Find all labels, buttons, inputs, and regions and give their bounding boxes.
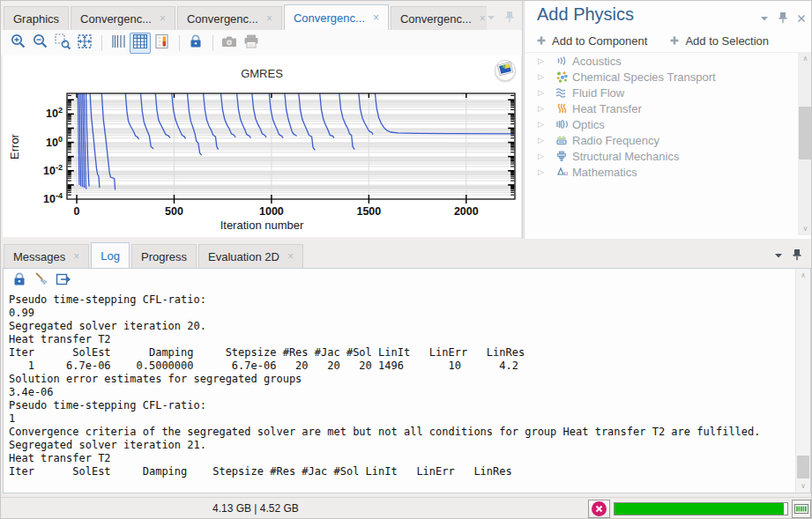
tab-close-icon[interactable]: × [287,251,294,262]
tree-item-fluid-flow[interactable]: ▷Fluid Flow [525,85,798,100]
plot-thumbnail-icon [495,59,515,82]
print-button[interactable] [241,33,262,54]
tree-item-label: Optics [572,118,605,131]
tab-progress[interactable]: Progress [131,244,197,268]
plot-area[interactable]: 050010001500200010210010-210-4 GMRES Ite… [3,56,521,237]
tab-label: Evaluation 2D [208,250,279,263]
pin-icon [792,248,802,263]
panel-menu-icon[interactable] [759,11,770,27]
tab-close-icon[interactable]: × [266,13,272,24]
svg-text:1000: 1000 [259,205,284,218]
cancel-icon [592,501,607,516]
tree-item-label: Structural Mechanics [572,150,679,163]
tab-close-icon[interactable]: × [73,251,79,262]
add-to-selection-label: Add to Selection [685,34,769,48]
toolbar-separator [179,35,180,51]
tab-close-icon[interactable]: × [160,13,166,24]
scroll-up-icon[interactable]: ∧ [798,53,812,64]
show-axes-button[interactable] [108,33,129,54]
pin-icon[interactable] [778,11,788,27]
lock-plot-button[interactable] [185,33,206,54]
add-to-component-button[interactable]: Add to Component [535,34,647,48]
convergence-plot: 050010001500200010210010-210-4 [3,56,521,237]
zoom-in-icon [10,33,27,54]
scroll-down-icon[interactable]: ∨ [796,480,810,492]
toolbar-separator [101,35,102,51]
tab-list-dropdown-icon[interactable] [773,248,784,264]
expand-arrow-icon[interactable]: ▷ [538,136,555,145]
scrollbar-thumb[interactable] [799,107,812,159]
tree-item-radio-frequency[interactable]: ▷Radio Frequency [525,132,798,148]
tab-graphics[interactable]: Graphics [4,6,69,30]
panel-window-icons [759,11,807,27]
tree-item-optics[interactable]: ▷Optics [525,116,798,132]
expand-arrow-icon[interactable]: ▷ [538,104,555,113]
tab-close-icon[interactable]: × [480,13,486,24]
expand-arrow-icon[interactable]: ▷ [538,88,555,97]
camera-icon [220,33,238,54]
x-axis-label: Iteration number [3,219,521,232]
log-line: Iter SolEst Damping Stepsize #Res #Jac #… [9,465,794,478]
tab-convergenc[interactable]: Convergenc...× [71,6,175,30]
log-text[interactable]: Pseudo time-stepping CFL-ratio:0.99Segre… [9,293,794,491]
tab-convergenc[interactable]: Convergenc...× [284,4,389,30]
log-line: Convergence criteria of the segregated s… [9,426,794,439]
tab-convergenc[interactable]: Convergenc...× [391,6,487,30]
expand-arrow-icon[interactable]: ▷ [538,56,555,65]
open-log-location-button[interactable] [53,271,74,292]
close-icon[interactable] [796,11,807,27]
scroll-lock-button[interactable] [9,271,30,292]
tree-item-chemical-species-transport[interactable]: ▷Chemical Species Transport [525,69,798,85]
cancel-button[interactable] [588,500,610,518]
zoom-out-button[interactable] [30,33,51,54]
clear-log-button[interactable] [31,271,52,292]
plot-thumbnail-button[interactable] [495,60,516,81]
tab-convergenc[interactable]: Convergenc...× [177,6,282,30]
tab-list-dropdown-icon[interactable] [486,11,496,26]
memory-indicator-button[interactable] [792,500,811,518]
expand-arrow-icon[interactable]: ▷ [538,152,555,160]
zoom-box-button[interactable] [52,33,73,54]
add-physics-actions: Add to Component Add to Selection [525,31,812,50]
graphics-toolbar [1,30,522,56]
panel-title: Add Physics [537,4,634,25]
zoom-extents-button[interactable] [74,33,95,54]
log-line: 1 [9,412,794,426]
tree-item-label: Chemical Species Transport [572,70,716,84]
zoom-in-button[interactable] [8,33,29,54]
optics-icon [555,117,569,131]
tree-item-heat-transfer[interactable]: ▷Heat Transfer [525,100,798,116]
plot-title: GMRES [3,67,521,80]
show-grid-button[interactable] [130,33,151,54]
log-line: Solution error estimates for segregated … [9,373,794,386]
lock-icon [11,271,28,292]
log-scrollbar[interactable]: ∧ ∨ [795,269,810,493]
tab-label: Progress [141,250,187,263]
expand-arrow-icon[interactable]: ▷ [538,120,555,129]
log-line: Segregated solver iteration 21. [9,439,794,452]
pin-icon[interactable] [504,11,515,26]
tab-close-icon[interactable]: × [373,12,379,23]
status-bar: 4.13 GB | 4.52 GB [1,497,812,519]
tree-item-structural-mechanics[interactable]: ▷Structural Mechanics [525,148,798,164]
show-legend-button[interactable] [152,33,173,54]
scroll-up-icon[interactable]: ∧ [796,270,810,281]
add-to-selection-button[interactable]: Add to Selection [668,34,769,48]
tree-item-label: Acoustics [572,55,622,68]
physics-tree-scrollbar[interactable]: ∧ ∨ [798,52,812,235]
tab-evaluation-2d[interactable]: Evaluation 2D× [198,244,303,268]
pin-icon[interactable] [792,248,802,264]
tree-item-mathematics[interactable]: ▷uMathematics [525,164,798,180]
log-line: Iter SolEst Damping Stepsize #Res #Jac #… [9,346,794,360]
scrollbar-thumb[interactable] [797,456,809,478]
tree-item-label: Heat Transfer [572,102,642,115]
expand-arrow-icon[interactable]: ▷ [538,167,555,176]
scroll-down-icon[interactable]: ∨ [798,223,812,234]
bottom-tabstrip-icons [773,248,802,264]
log-line: Pseudo time-stepping CFL-ratio: [9,293,794,307]
snapshot-button[interactable] [219,33,240,54]
expand-arrow-icon[interactable]: ▷ [538,72,555,81]
tab-log[interactable]: Log [91,242,130,268]
tab-messages[interactable]: Messages× [4,244,89,268]
tree-item-acoustics[interactable]: ▷Acoustics [525,53,798,69]
